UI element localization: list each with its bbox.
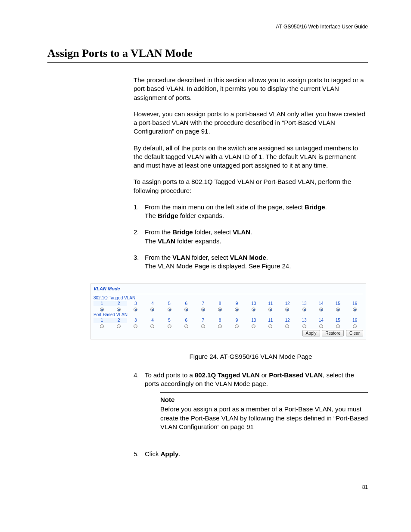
port-radio[interactable] bbox=[346, 324, 363, 328]
step-number: 1. bbox=[134, 203, 145, 221]
radio-selected-icon bbox=[218, 308, 222, 311]
note-text: Before you assign a port as a member of … bbox=[160, 405, 368, 431]
port-radio[interactable] bbox=[245, 324, 262, 328]
port-header-cell: 11 bbox=[262, 301, 279, 306]
port-radio[interactable] bbox=[195, 324, 212, 328]
port-radio[interactable] bbox=[228, 324, 245, 328]
body-column-lower: Figure 24. AT-GS950/16 VLAN Mode Page 4.… bbox=[134, 352, 368, 458]
port-header-cell: 10 bbox=[245, 318, 262, 323]
port-radio[interactable] bbox=[161, 324, 178, 328]
radio-selected-icon bbox=[134, 308, 137, 311]
procedure-steps: 1. From the main menu on the left side o… bbox=[134, 203, 368, 271]
tagged-port-header-row: 12345678910111213141516 bbox=[93, 301, 363, 306]
port-radio[interactable] bbox=[93, 324, 110, 328]
port-header-cell: 12 bbox=[279, 318, 296, 323]
intro-paragraph-4: To assign ports to a 802.1Q Tagged VLAN … bbox=[134, 177, 368, 195]
port-radio[interactable] bbox=[296, 307, 313, 311]
port-radio[interactable] bbox=[330, 324, 346, 328]
page-title: Assign Ports to a VLAN Mode bbox=[47, 47, 368, 63]
port-radio[interactable] bbox=[279, 307, 296, 311]
intro-paragraph-1: The procedure described in this section … bbox=[134, 76, 368, 102]
port-radio[interactable] bbox=[110, 324, 127, 328]
port-header-cell: 3 bbox=[127, 318, 144, 323]
port-radio[interactable] bbox=[178, 324, 195, 328]
port-radio[interactable] bbox=[127, 307, 144, 311]
step-text: From the VLAN folder, select VLAN Mode. … bbox=[145, 253, 368, 271]
page-number: 81 bbox=[47, 484, 368, 490]
step-number: 2. bbox=[134, 228, 145, 246]
port-radio[interactable] bbox=[144, 324, 161, 328]
radio-unselected-icon bbox=[184, 324, 188, 328]
port-radio[interactable] bbox=[262, 324, 279, 328]
step-3: 3. From the VLAN folder, select VLAN Mod… bbox=[134, 253, 368, 271]
port-radio[interactable] bbox=[127, 324, 144, 328]
radio-unselected-icon bbox=[100, 324, 104, 328]
port-header-cell: 13 bbox=[296, 301, 313, 306]
port-header-cell: 8 bbox=[212, 318, 228, 323]
port-radio[interactable] bbox=[161, 307, 178, 311]
step-2: 2. From the Bridge folder, select VLAN. … bbox=[134, 228, 368, 246]
restore-button[interactable]: Restore bbox=[322, 330, 344, 336]
intro-paragraph-3: By default, all of the ports on the swit… bbox=[134, 144, 368, 170]
port-radio[interactable] bbox=[346, 307, 363, 311]
clear-button[interactable]: Clear bbox=[346, 330, 363, 336]
port-radio[interactable] bbox=[212, 324, 228, 328]
port-header-cell: 8 bbox=[212, 301, 228, 306]
radio-unselected-icon bbox=[150, 324, 154, 328]
port-header-cell: 1 bbox=[93, 301, 110, 306]
radio-unselected-icon bbox=[319, 324, 323, 328]
port-header-cell: 4 bbox=[144, 301, 161, 306]
port-radio[interactable] bbox=[144, 307, 161, 311]
vlan-panel-title: VLAN Mode bbox=[93, 285, 363, 294]
radio-selected-icon bbox=[302, 308, 306, 311]
radio-unselected-icon bbox=[117, 324, 121, 328]
step-number: 5. bbox=[134, 450, 145, 458]
port-header-cell: 9 bbox=[228, 318, 245, 323]
port-radio[interactable] bbox=[262, 307, 279, 311]
port-header-cell: 4 bbox=[144, 318, 161, 323]
port-radio[interactable] bbox=[313, 307, 330, 311]
port-header-cell: 7 bbox=[195, 318, 212, 323]
note-top-rule bbox=[160, 392, 368, 393]
port-header-cell: 2 bbox=[110, 301, 127, 306]
port-radio[interactable] bbox=[195, 307, 212, 311]
note-label: Note bbox=[160, 395, 368, 404]
radio-selected-icon bbox=[201, 308, 205, 311]
port-radio[interactable] bbox=[228, 307, 245, 311]
radio-unselected-icon bbox=[168, 324, 171, 328]
port-radio[interactable] bbox=[279, 324, 296, 328]
step-5: 5. Click Apply. bbox=[134, 450, 368, 458]
port-header-cell: 1 bbox=[93, 318, 110, 323]
vlan-button-row: Apply Restore Clear bbox=[93, 330, 363, 336]
radio-unselected-icon bbox=[268, 324, 272, 328]
vlan-section-tagged-label: 802.1Q Tagged VLAN bbox=[93, 296, 363, 300]
radio-selected-icon bbox=[319, 308, 323, 311]
port-header-cell: 9 bbox=[228, 301, 245, 306]
port-radio[interactable] bbox=[212, 307, 228, 311]
header-doc-title: AT-GS950/16 Web Interface User Guide bbox=[47, 24, 368, 30]
port-header-cell: 14 bbox=[313, 301, 330, 306]
step-text: Click Apply. bbox=[145, 450, 368, 458]
port-radio[interactable] bbox=[296, 324, 313, 328]
port-radio[interactable] bbox=[330, 307, 346, 311]
port-radio[interactable] bbox=[245, 307, 262, 311]
port-radio[interactable] bbox=[313, 324, 330, 328]
step-text: From the main menu on the left side of t… bbox=[145, 203, 368, 221]
apply-button[interactable]: Apply bbox=[302, 330, 320, 336]
radio-selected-icon bbox=[285, 308, 289, 311]
port-header-cell: 11 bbox=[262, 318, 279, 323]
port-header-cell: 15 bbox=[330, 301, 346, 306]
body-column: The procedure described in this section … bbox=[134, 76, 368, 271]
portbased-radio-row bbox=[93, 324, 363, 328]
radio-unselected-icon bbox=[235, 324, 239, 328]
vlan-mode-figure: VLAN Mode 802.1Q Tagged VLAN 12345678910… bbox=[90, 283, 366, 339]
port-radio[interactable] bbox=[178, 307, 195, 311]
radio-unselected-icon bbox=[302, 324, 306, 328]
step-4: 4. To add ports to a 802.1Q Tagged VLAN … bbox=[134, 371, 368, 442]
port-radio[interactable] bbox=[93, 307, 110, 311]
vlan-section-portbased-label: Port-Based VLAN bbox=[93, 312, 363, 317]
port-header-cell: 2 bbox=[110, 318, 127, 323]
port-radio[interactable] bbox=[110, 307, 127, 311]
radio-unselected-icon bbox=[336, 324, 340, 328]
port-header-cell: 13 bbox=[296, 318, 313, 323]
